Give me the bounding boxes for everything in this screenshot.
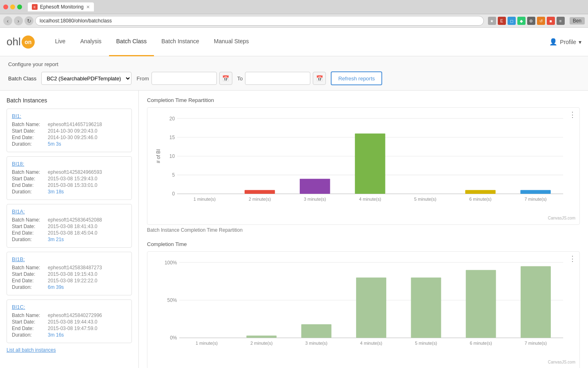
end-date-value: 2014-10-30 09:25:46.0 <box>48 135 97 140</box>
batch-item-id[interactable]: BI1A: <box>12 208 127 215</box>
logo-on-circle: on <box>22 35 35 49</box>
menu-icon[interactable]: ≡ <box>557 17 565 25</box>
browser-chrome: E Ephesoft Monitoring ✕ ‹ › ↻ localhost:… <box>0 0 588 28</box>
nav-item-analysis[interactable]: Analysis <box>73 28 109 56</box>
batch-item-id[interactable]: BI18: <box>12 161 127 167</box>
app-container: ohlon Live Analysis Batch Class Batch In… <box>0 28 588 368</box>
list-all-link[interactable]: List all batch instances <box>7 347 132 353</box>
start-date-label: Start Date: <box>12 128 45 134</box>
batch-item-id[interactable]: BI1: <box>12 113 127 119</box>
config-controls: Batch Class BC2 (SearchablePDFTemplate) … <box>8 71 580 85</box>
chart2-title: Completion Time <box>147 241 580 247</box>
svg-text:7 minute(s): 7 minute(s) <box>525 341 547 346</box>
end-date-label: End Date: <box>12 278 45 284</box>
svg-text:100%: 100% <box>165 260 177 266</box>
refresh-reports-button[interactable]: Refresh reports <box>331 71 382 85</box>
back-button[interactable]: ‹ <box>3 16 12 25</box>
duration-value: 6m 39s <box>48 284 64 290</box>
end-date-value: 2015-03-08 19:22:22.0 <box>48 278 97 284</box>
svg-rect-33 <box>356 277 386 338</box>
batch-item: BI18: Batch Name: ephesoft1425824966593 … <box>7 156 132 200</box>
svg-rect-15 <box>465 190 495 194</box>
url-text: localhost:18080/ohlon/batchclass <box>40 18 112 24</box>
chart2-container: ⋮ 0%50%100%1 minute(s)2 minute(s)3 minut… <box>147 251 580 368</box>
svg-text:2 minute(s): 2 minute(s) <box>250 341 272 346</box>
batch-item-id[interactable]: BI1C: <box>12 304 127 310</box>
to-date-group: To 📅 <box>237 72 326 85</box>
svg-text:# of BI: # of BI <box>156 149 161 163</box>
chart1-title: Completion Time Repartition <box>147 97 580 103</box>
reload-button[interactable]: ↻ <box>24 16 33 25</box>
batch-class-select[interactable]: BC2 (SearchablePDFTemplate) <box>41 72 131 85</box>
app-logo: ohlon <box>7 35 36 49</box>
batch-name-value: ephesoft1425838487273 <box>48 265 102 270</box>
maximize-dot[interactable] <box>17 4 22 9</box>
batch-name-label: Batch Name: <box>12 122 45 127</box>
svg-rect-16 <box>520 190 550 194</box>
batch-name-value: ephesoft1425840272996 <box>48 313 102 318</box>
batch-item: BI1: Batch Name: ephesoft1414657196218 S… <box>7 109 132 152</box>
ext4-icon[interactable]: ⚙ <box>527 17 535 25</box>
close-dot[interactable] <box>3 4 8 9</box>
profile-label: Profile <box>560 39 576 45</box>
from-date-input[interactable] <box>151 72 217 85</box>
svg-text:1 minute(s): 1 minute(s) <box>194 197 216 202</box>
svg-text:15: 15 <box>169 135 175 140</box>
batch-name-value: ephesoft1425824966593 <box>48 169 102 175</box>
end-date-value: 2015-03-08 19:47:59.0 <box>48 326 97 331</box>
svg-rect-36 <box>521 266 551 338</box>
ext1-icon[interactable]: E <box>498 17 506 25</box>
nav-item-batch-instance[interactable]: Batch Instance <box>154 28 207 56</box>
ext3-icon[interactable]: ◆ <box>517 17 526 25</box>
svg-text:4 minute(s): 4 minute(s) <box>360 341 382 346</box>
browser-tab[interactable]: E Ephesoft Monitoring ✕ <box>28 2 94 11</box>
batch-instances-title: Batch Instances <box>7 97 132 104</box>
duration-label: Duration: <box>12 237 45 242</box>
star-icon[interactable]: ★ <box>488 17 496 25</box>
browser-dots <box>3 4 22 9</box>
start-date-label: Start Date: <box>12 224 45 229</box>
nav-item-live[interactable]: Live <box>48 28 73 56</box>
from-calendar-icon[interactable]: 📅 <box>219 72 232 85</box>
start-date-value: 2014-10-30 09:20:43.0 <box>48 128 97 134</box>
forward-button[interactable]: › <box>14 16 23 25</box>
address-bar[interactable]: localhost:18080/ohlon/batchclass <box>35 16 484 26</box>
tab-favicon: E <box>32 4 38 10</box>
profile-menu[interactable]: 👤 Profile ▾ <box>549 38 581 46</box>
chart2-menu-icon[interactable]: ⋮ <box>569 255 576 262</box>
minimize-dot[interactable] <box>10 4 15 9</box>
start-date-value: 2015-03-08 18:41:43.0 <box>48 224 97 229</box>
svg-rect-34 <box>411 277 441 338</box>
chart1-menu-icon[interactable]: ⋮ <box>569 111 576 118</box>
batch-name-label: Batch Name: <box>12 313 45 318</box>
to-date-input[interactable] <box>245 72 310 85</box>
svg-text:0%: 0% <box>170 335 177 341</box>
svg-text:6 minute(s): 6 minute(s) <box>469 197 491 202</box>
ext5-icon[interactable]: ↺ <box>537 17 545 25</box>
chart1-section: Completion Time Repartition ⋮ 05101520# … <box>147 97 580 233</box>
chart1-container: ⋮ 05101520# of BI1 minute(s)2 minute(s)3… <box>147 107 580 225</box>
app-header: ohlon Live Analysis Batch Class Batch In… <box>0 28 588 56</box>
end-date-label: End Date: <box>12 230 45 236</box>
nav-item-manual-steps[interactable]: Manual Steps <box>207 28 256 56</box>
svg-rect-13 <box>300 179 330 194</box>
batch-item-id[interactable]: BI1B: <box>12 256 127 262</box>
svg-text:5: 5 <box>172 172 175 178</box>
logo-ohl-text: ohl <box>7 35 21 48</box>
from-date-group: From 📅 <box>136 72 232 85</box>
batch-name-label: Batch Name: <box>12 265 45 270</box>
duration-label: Duration: <box>12 284 45 290</box>
svg-text:1 minute(s): 1 minute(s) <box>196 341 218 346</box>
ext6-icon[interactable]: ■ <box>547 17 555 25</box>
nav-item-batch-class[interactable]: Batch Class <box>109 28 154 56</box>
config-title: Configure your report <box>8 61 580 67</box>
to-calendar-icon[interactable]: 📅 <box>313 72 326 85</box>
svg-text:5 minute(s): 5 minute(s) <box>415 341 437 346</box>
duration-label: Duration: <box>12 332 45 338</box>
end-date-value: 2015-03-08 18:45:04.0 <box>48 230 97 236</box>
start-date-label: Start Date: <box>12 176 45 182</box>
svg-text:5 minute(s): 5 minute(s) <box>414 197 436 202</box>
ext2-icon[interactable]: ◻ <box>508 17 516 25</box>
svg-text:4 minute(s): 4 minute(s) <box>359 197 381 202</box>
tab-close-icon[interactable]: ✕ <box>86 4 90 10</box>
